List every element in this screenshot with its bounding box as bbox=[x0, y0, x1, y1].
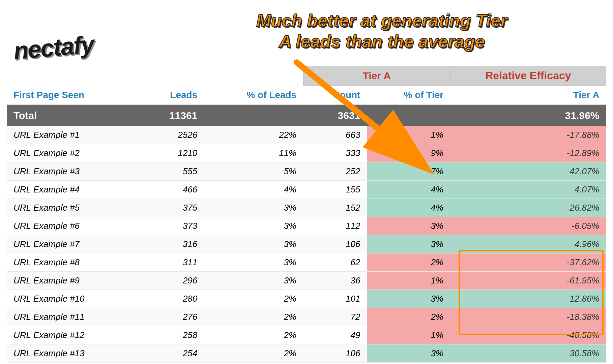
cell-pct-tier: 3% bbox=[367, 217, 450, 235]
cell-leads: 280 bbox=[139, 290, 204, 308]
cell-page: URL Example #5 bbox=[7, 199, 139, 217]
cell-page: URL Example #10 bbox=[7, 290, 139, 308]
total-leads: 11361 bbox=[139, 105, 204, 126]
cell-leads: 373 bbox=[139, 217, 204, 235]
total-count: 3631 bbox=[303, 105, 367, 126]
logo-text: nectafy bbox=[12, 30, 95, 65]
cell-pct-tier: 3% bbox=[367, 344, 450, 363]
cell-count: 333 bbox=[303, 144, 367, 162]
cell-pct-leads: 3% bbox=[204, 217, 303, 235]
cell-leads: 316 bbox=[139, 235, 204, 253]
cell-pct-leads: 11% bbox=[204, 144, 303, 162]
cell-count: 663 bbox=[303, 126, 367, 144]
cell-leads: 296 bbox=[139, 272, 204, 290]
cell-pct-tier: 9% bbox=[367, 144, 450, 162]
cell-count: 155 bbox=[303, 181, 367, 199]
table-row: URL Example #12 258 2% 49 1% -40.58% bbox=[7, 326, 606, 344]
cell-tier-a: 26.82% bbox=[450, 199, 606, 217]
cell-leads: 254 bbox=[139, 344, 204, 363]
cell-pct-tier: 2% bbox=[367, 253, 450, 272]
cell-tier-a: 12.86% bbox=[450, 290, 606, 308]
cell-leads: 375 bbox=[139, 199, 204, 217]
cell-pct-tier: 1% bbox=[367, 326, 450, 344]
empty-header bbox=[7, 66, 303, 86]
cell-pct-leads: 5% bbox=[204, 162, 303, 181]
table-body: Total 11361 3631 31.96% URL Example #1 2… bbox=[7, 105, 606, 363]
col-first-page-seen: First Page Seen bbox=[7, 86, 139, 105]
cell-pct-tier: 2% bbox=[367, 308, 450, 326]
cell-pct-tier: 3% bbox=[367, 290, 450, 308]
cell-tier-a: -40.58% bbox=[450, 326, 606, 344]
col-pct-tier: % of Tier bbox=[367, 86, 450, 105]
cell-page: URL Example #1 bbox=[7, 126, 139, 144]
cell-page: URL Example #11 bbox=[7, 308, 139, 326]
table-row: URL Example #6 373 3% 112 3% -6.05% bbox=[7, 217, 606, 235]
cell-pct-leads: 22% bbox=[204, 126, 303, 144]
cell-count: 106 bbox=[303, 344, 367, 363]
cell-leads: 276 bbox=[139, 308, 204, 326]
cell-tier-a: -6.05% bbox=[450, 217, 606, 235]
table-row: URL Example #13 254 2% 106 3% 30.58% bbox=[7, 344, 606, 363]
cell-pct-tier: 1% bbox=[367, 126, 450, 144]
logo-area: nectafy bbox=[13, 34, 108, 61]
table-row: URL Example #11 276 2% 72 2% -18.38% bbox=[7, 308, 606, 326]
cell-page: URL Example #12 bbox=[7, 326, 139, 344]
cell-leads: 258 bbox=[139, 326, 204, 344]
cell-count: 62 bbox=[303, 253, 367, 272]
cell-tier-a: 4.96% bbox=[450, 235, 606, 253]
tier-header-row: Tier A Relative Efficacy bbox=[7, 66, 606, 86]
cell-pct-leads: 2% bbox=[204, 326, 303, 344]
col-leads: Leads bbox=[139, 86, 204, 105]
cell-pct-leads: 2% bbox=[204, 290, 303, 308]
cell-pct-leads: 3% bbox=[204, 235, 303, 253]
tier-a-group-header: Tier A bbox=[303, 66, 450, 86]
total-row: Total 11361 3631 31.96% bbox=[7, 105, 606, 126]
cell-leads: 466 bbox=[139, 181, 204, 199]
cell-tier-a: -61.95% bbox=[450, 272, 606, 290]
total-tier-a: 31.96% bbox=[450, 105, 606, 126]
total-pct-tier bbox=[367, 105, 450, 126]
cell-page: URL Example #2 bbox=[7, 144, 139, 162]
cell-page: URL Example #9 bbox=[7, 272, 139, 290]
cell-page: URL Example #7 bbox=[7, 235, 139, 253]
col-pct-leads: % of Leads bbox=[204, 86, 303, 105]
table-row: URL Example #5 375 3% 152 4% 26.82% bbox=[7, 199, 606, 217]
cell-leads: 1210 bbox=[139, 144, 204, 162]
table-row: URL Example #7 316 3% 106 3% 4.96% bbox=[7, 235, 606, 253]
cell-tier-a: -18.38% bbox=[450, 308, 606, 326]
cell-count: 101 bbox=[303, 290, 367, 308]
cell-count: 72 bbox=[303, 308, 367, 326]
cell-tier-a: -12.89% bbox=[450, 144, 606, 162]
table-row: URL Example #8 311 3% 62 2% -37.62% bbox=[7, 253, 606, 272]
cell-leads: 2526 bbox=[139, 126, 204, 144]
cell-count: 106 bbox=[303, 235, 367, 253]
cell-leads: 311 bbox=[139, 253, 204, 272]
relative-efficacy-header: Relative Efficacy bbox=[450, 66, 606, 86]
cell-count: 252 bbox=[303, 162, 367, 181]
cell-tier-a: 42.07% bbox=[450, 162, 606, 181]
table-row: URL Example #3 555 5% 252 7% 42.07% bbox=[7, 162, 606, 181]
cell-tier-a: -37.62% bbox=[450, 253, 606, 272]
cell-tier-a: 30.58% bbox=[450, 344, 606, 363]
cell-page: URL Example #3 bbox=[7, 162, 139, 181]
cell-page: URL Example #13 bbox=[7, 344, 139, 363]
cell-page: URL Example #4 bbox=[7, 181, 139, 199]
cell-count: 152 bbox=[303, 199, 367, 217]
total-pct-leads bbox=[204, 105, 303, 126]
cell-pct-leads: 2% bbox=[204, 344, 303, 363]
cell-pct-leads: 3% bbox=[204, 199, 303, 217]
table-row: URL Example #10 280 2% 101 3% 12.86% bbox=[7, 290, 606, 308]
cell-count: 112 bbox=[303, 217, 367, 235]
cell-count: 49 bbox=[303, 326, 367, 344]
cell-pct-leads: 3% bbox=[204, 272, 303, 290]
cell-page: URL Example #6 bbox=[7, 217, 139, 235]
cell-pct-tier: 7% bbox=[367, 162, 450, 181]
cell-leads: 555 bbox=[139, 162, 204, 181]
col-tier-a: Tier A bbox=[450, 86, 606, 105]
cell-count: 36 bbox=[303, 272, 367, 290]
total-label: Total bbox=[7, 105, 139, 126]
cell-pct-tier: 4% bbox=[367, 181, 450, 199]
cell-pct-tier: 1% bbox=[367, 272, 450, 290]
cell-page: URL Example #8 bbox=[7, 253, 139, 272]
cell-pct-leads: 4% bbox=[204, 181, 303, 199]
